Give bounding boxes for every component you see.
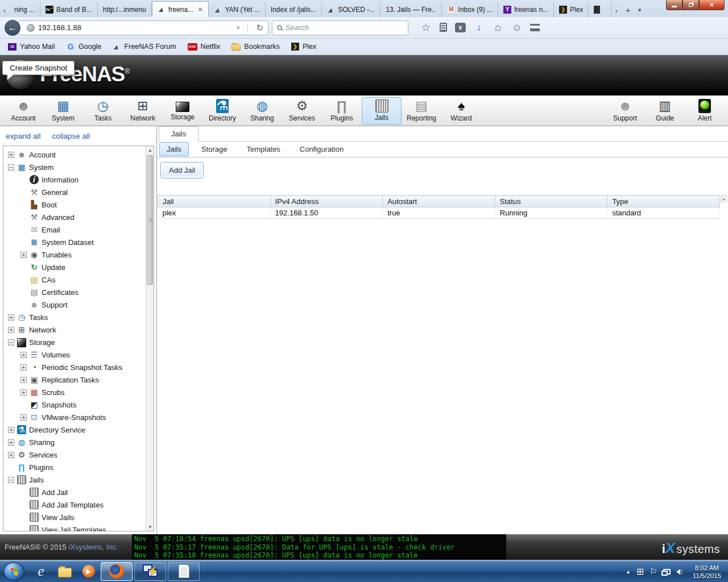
windows-update-flag-icon[interactable]: ⊞ [636,566,644,577]
pocket-icon[interactable]: ∨ [455,23,466,32]
browser-tab[interactable] [589,2,611,17]
tree-item-storage[interactable]: −Storage [3,336,145,348]
bookmark-item[interactable]: ❯Plex [287,41,321,52]
freenas-nav-services[interactable]: ⚙Services [282,97,322,124]
bookmark-item[interactable]: GGoogle [62,40,106,52]
expander-plus-icon[interactable]: + [20,352,27,358]
expander-plus-icon[interactable]: + [20,414,27,421]
close-button[interactable]: ✕ [699,0,725,10]
start-button[interactable] [3,562,24,581]
expander-minus-icon[interactable]: − [8,164,14,171]
taskbar-app-media-player[interactable]: ▶ [77,562,101,581]
expander-minus-icon[interactable]: − [8,339,14,346]
freenas-nav-sharing[interactable]: ◍Sharing [242,97,282,124]
freenas-nav-wizard[interactable]: ♠Wizard [441,97,481,124]
expander-plus-icon[interactable]: + [8,439,14,446]
tree-item-cas[interactable]: ▤CAs [3,273,145,286]
add-jail-button[interactable]: Add Jail [160,162,204,178]
tree-item-snapshots[interactable]: ◩Snapshots [3,398,145,411]
taskbar-app-notepad[interactable] [168,562,200,581]
expander-minus-icon[interactable]: − [8,477,14,483]
scroll-up-icon[interactable]: ▲ [146,146,154,154]
minimize-button[interactable] [666,0,682,10]
new-tab-button[interactable]: + [621,5,635,17]
browser-tab[interactable]: http:/...inmenu [98,2,152,17]
column-header-autostart[interactable]: Autostart [383,196,495,207]
freenas-nav-storage[interactable]: Storage [163,97,202,124]
bookmark-item[interactable]: ▲FreeNAS Forum [108,41,180,52]
expander-plus-icon[interactable]: + [8,427,14,433]
expand-all-link[interactable]: expand all [6,132,41,140]
table-row[interactable]: plex192.168.1.50trueRunningstandard [158,207,720,219]
browser-tab[interactable]: tvBand of B... [40,2,98,17]
freenas-nav-alert[interactable]: Alert [685,97,725,124]
taskbar-app-firefox[interactable] [101,562,133,581]
tree-item-advanced[interactable]: ⚒Advanced [3,211,145,223]
freenas-nav-system[interactable]: ▦System [43,97,83,124]
column-header-type[interactable]: Type [607,196,720,207]
action-center-flag-icon[interactable]: ⚐ [650,567,657,577]
browser-tab[interactable]: Yfreenas n... [498,2,554,17]
tree-item-support[interactable]: ☻Support [3,298,145,311]
browser-tab[interactable]: Index of /jails... [266,2,322,17]
menu-hamburger-icon[interactable] [530,24,540,31]
url-bar[interactable]: ▼ ↻ [18,20,268,35]
tree-item-jails[interactable]: −Jails [3,473,145,486]
volume-icon[interactable]: ) [676,569,682,575]
collapse-all-link[interactable]: collapse all [52,132,90,140]
tree-item-add-jail-templates[interactable]: Add Jail Templates [3,498,145,511]
downloads-icon[interactable]: ↓ [474,22,485,33]
freenas-nav-directory[interactable]: ⚗Directory [202,97,242,124]
bookmark-item[interactable]: ✉Yahoo Mail [3,41,60,52]
restore-button[interactable] [682,0,699,10]
taskbar-app-putty[interactable]: ⚡ [134,562,166,581]
subtab-storage[interactable]: Storage [195,143,234,156]
tree-item-scrubs[interactable]: +▦Scrubs [3,386,145,398]
browser-tab[interactable]: ning ... [9,2,40,17]
tree-item-directory-service[interactable]: +⚗Directory Service [3,423,145,436]
tree-item-system[interactable]: −▦System [3,161,145,173]
subtab-configuration[interactable]: Configuration [293,143,350,156]
bookmark-item[interactable]: Bookmarks [227,41,284,52]
subtab-templates[interactable]: Templates [240,143,287,156]
tree-item-view-jails[interactable]: View Jails [3,511,145,523]
browser-tab[interactable]: ▲YAN (Yet ... [209,2,266,17]
freenas-nav-support[interactable]: ☻Support [605,97,645,124]
tree-item-vmware-snapshots[interactable]: +⊡VMware-Snapshots [3,411,145,423]
freenas-nav-account[interactable]: ☻Account [3,97,43,124]
table-scrollbar[interactable]: ▲ [721,195,727,219]
search-box[interactable] [272,20,408,35]
expander-plus-icon[interactable]: + [20,377,27,383]
browser-tab[interactable]: ▲SOLVED -... [322,2,380,17]
browser-tab[interactable]: ▲freena...✕ [152,1,209,17]
console-log[interactable]: Nov 5 07:18:54 freenas upsd[2670]: UPS [… [132,534,506,560]
freenas-nav-network[interactable]: ⊞Network [123,97,163,124]
expander-plus-icon[interactable]: + [8,452,14,458]
tree-item-certificates[interactable]: ▤Certificates [3,286,145,298]
taskbar-clock[interactable]: 8:02 AM 11/5/2015 [688,564,726,580]
tree-item-periodic-snapshot-tasks[interactable]: +◔Periodic Snapshot Tasks [3,361,145,373]
tab-scroll-right-icon[interactable]: › [611,3,621,17]
search-input[interactable] [286,23,403,32]
tree-item-replication-tasks[interactable]: +▣Replication Tasks [3,373,145,386]
scrollbar-thumb[interactable] [147,155,153,285]
tree-item-add-jail[interactable]: Add Jail [3,486,145,498]
sidebar-scrollbar[interactable]: ▲ ▼ [146,146,154,531]
tree-item-information[interactable]: iInformation [3,173,145,186]
ixsystems-link[interactable]: iXsystems, Inc. [68,543,118,551]
tree-item-update[interactable]: ↻Update [3,261,145,273]
browser-tab[interactable]: ❯Plex [554,2,589,17]
tab-scroll-left-icon[interactable]: ‹ [0,3,9,17]
tree-item-tunables[interactable]: +◉Tunables [3,248,145,261]
browser-tab[interactable]: MInbox (9) ... [442,2,498,17]
tree-item-general[interactable]: ⚒General [3,186,145,198]
column-header-status[interactable]: Status [495,196,607,207]
taskbar-app-internet-explorer[interactable]: e [29,562,53,581]
page-tab-jails[interactable]: Jails [159,126,198,142]
tree-item-account[interactable]: +☻Account [3,148,145,161]
home-icon[interactable]: ⌂ [493,22,504,34]
browser-tab[interactable]: 13. Jails — Fre... [380,2,442,17]
url-input[interactable] [38,23,229,32]
tree-item-plugins[interactable]: ∏Plugins [3,461,145,473]
tree-item-network[interactable]: +⊞Network [3,323,145,336]
